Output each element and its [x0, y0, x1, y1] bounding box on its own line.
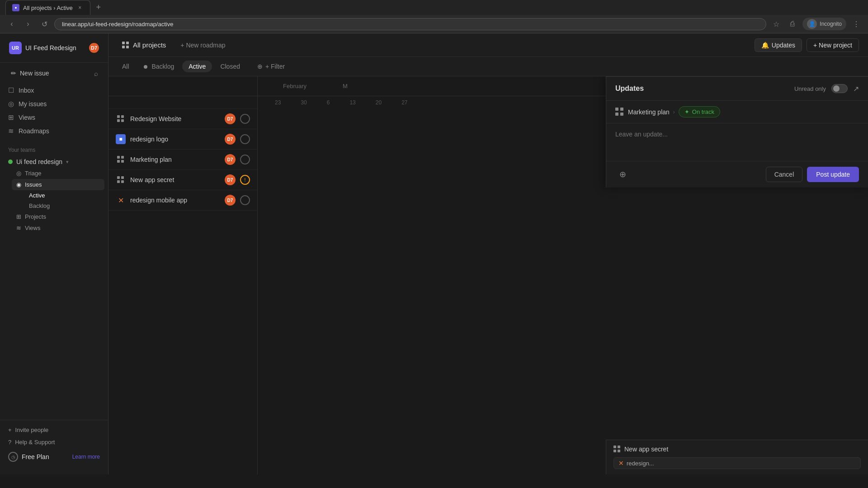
project-icon-grid [116, 114, 126, 124]
help-support-button[interactable]: ? Help & Support [4, 436, 104, 448]
mini-tag-label: redesign... [627, 460, 654, 467]
mini-tag[interactable]: ✕ redesign... [613, 457, 861, 469]
project-list-date-spacer [108, 96, 257, 109]
team-views-label: Views [25, 225, 40, 231]
user-avatar-d7-3: D7 [225, 154, 236, 165]
project-list-header-spacer [108, 76, 257, 96]
tabs-row: All Backlog Active Closed ⊕ + Filter [108, 57, 868, 76]
sidebar-item-roadmaps-label: Roadmaps [19, 127, 49, 135]
sp-icon-dot-4 [618, 450, 620, 452]
updates-header-right: Unread only ↗ [794, 84, 859, 93]
filter-button[interactable]: ⊕ + Filter [252, 61, 290, 72]
project-name-new-app-secret: New app secret [130, 176, 220, 183]
active-label: Active [29, 192, 45, 199]
main-header: All projects + New roadmap 🔔 Updates + N… [108, 33, 868, 57]
toolbar-icons: ☆ ⎙ 👤 Incognito ⋮ [770, 18, 863, 30]
sidebar-toggle-button[interactable]: ⎙ [786, 18, 799, 30]
secondary-panel-icon [613, 446, 621, 453]
sidebar-item-views[interactable]: ⊞ Views [4, 111, 104, 124]
grid-dot-4 [126, 46, 129, 48]
attach-button[interactable]: ⊕ [615, 167, 630, 182]
tab-all-label: All [122, 63, 129, 70]
all-projects-button[interactable]: All projects [118, 38, 170, 52]
timeline-area: February M 23 30 6 13 20 27 Updates [258, 76, 868, 474]
timeline-date-23: 23 [265, 99, 291, 106]
sidebar-item-team-views[interactable]: ≋ Views [12, 222, 104, 234]
learn-more-link[interactable]: Learn more [72, 454, 100, 460]
inbox-icon: ☐ [8, 86, 14, 94]
project-icon-grid-3 [116, 175, 126, 185]
backlog-dot [144, 65, 147, 69]
cancel-button[interactable]: Cancel [766, 167, 803, 182]
sidebar-item-issues[interactable]: ◉ Issues [12, 179, 104, 190]
forward-button[interactable]: › [22, 18, 34, 30]
tab-close-button[interactable]: × [76, 4, 84, 11]
sidebar-top: UR UI Feed Redesign D7 [0, 39, 108, 63]
sidebar-item-active[interactable]: Active [24, 190, 104, 201]
bookmark-button[interactable]: ☆ [770, 18, 783, 30]
roadmap-area: Redesign Website D7 ■ redesign logo D7 [108, 76, 868, 474]
secondary-panel-name: New app secret [624, 446, 668, 453]
post-update-button[interactable]: Post update [807, 167, 859, 182]
grid-icon-2 [117, 156, 124, 163]
tab-active[interactable]: Active [182, 61, 212, 72]
tab-all[interactable]: All [116, 61, 136, 72]
project-item-redesign-mobile-app[interactable]: ✕ redesign mobile app D7 [108, 190, 257, 211]
timeline-months: February M [265, 83, 366, 89]
issues-label: Issues [25, 181, 42, 188]
new-project-button[interactable]: + New project [807, 38, 859, 52]
back-button[interactable]: ‹ [5, 18, 18, 30]
unread-only-label: Unread only [794, 85, 826, 92]
project-item-marketing-plan[interactable]: Marketing plan D7 [108, 150, 257, 170]
all-projects-icon [122, 42, 129, 49]
updates-button[interactable]: 🔔 Updates [755, 38, 802, 52]
sidebar: UR UI Feed Redesign D7 ✏ New issue ⌕ ☐ I… [0, 33, 108, 474]
sidebar-item-inbox[interactable]: ☐ Inbox [4, 84, 104, 97]
updates-header: Updates Unread only ↗ [606, 77, 868, 101]
invite-icon: + [8, 427, 12, 433]
updates-panel: Updates Unread only ↗ Marketing plan › [606, 76, 868, 188]
search-button[interactable]: ⌕ [89, 66, 103, 80]
unread-toggle[interactable] [831, 84, 848, 93]
status-icon-none [240, 114, 250, 124]
sidebar-item-projects[interactable]: ⊞ Projects [12, 211, 104, 222]
new-tab-button[interactable]: + [92, 1, 105, 14]
timeline-date-20: 20 [366, 99, 392, 106]
browser-menu-button[interactable]: ⋮ [850, 18, 863, 30]
tab-backlog[interactable]: Backlog [137, 61, 181, 72]
browser-tab[interactable]: ● All projects › Active × [5, 0, 90, 15]
projects-label: Projects [25, 213, 46, 220]
timeline-month-march: M [325, 83, 366, 89]
address-bar[interactable]: linear.app/ui-feed-redesign/roadmap/acti… [54, 18, 766, 30]
sidebar-item-backlog[interactable]: Backlog [24, 201, 104, 211]
project-icon-x: ✕ [116, 195, 126, 205]
team-header[interactable]: Ui feed redesign ▾ [4, 156, 104, 168]
timeline-date-13: 13 [340, 99, 365, 106]
external-link-button[interactable]: ↗ [853, 84, 859, 93]
project-item-new-app-secret[interactable]: New app secret D7 ! [108, 170, 257, 190]
sidebar-item-inbox-label: Inbox [19, 87, 34, 94]
refresh-button[interactable]: ↺ [38, 18, 51, 30]
sidebar-item-my-issues[interactable]: ◎ My issues [4, 97, 104, 111]
update-input[interactable] [615, 131, 859, 152]
project-name-redesign-logo: redesign logo [130, 136, 220, 143]
all-projects-label: All projects [133, 41, 166, 49]
tab-closed[interactable]: Closed [214, 61, 246, 72]
incognito-badge[interactable]: 👤 Incognito [802, 18, 846, 30]
sidebar-item-triage[interactable]: ◎ Triage [12, 168, 104, 179]
timeline-month-february: February [265, 83, 325, 89]
workspace-header[interactable]: UR UI Feed Redesign D7 [5, 39, 103, 57]
new-issue-button[interactable]: ✏ New issue [5, 66, 86, 80]
sp-icon-dot-2 [618, 446, 620, 448]
sidebar-item-roadmaps[interactable]: ≋ Roadmaps [4, 124, 104, 138]
invite-people-button[interactable]: + Invite people [4, 424, 104, 436]
project-item-redesign-logo[interactable]: ■ redesign logo D7 [108, 129, 257, 150]
tab-bar: ● All projects › Active × + [0, 0, 868, 15]
project-item-redesign-website[interactable]: Redesign Website D7 [108, 109, 257, 129]
project-icon-blue: ■ [116, 134, 126, 144]
status-icon-none-4 [240, 195, 250, 205]
new-roadmap-button[interactable]: + New roadmap [176, 39, 230, 52]
x-icon: ✕ [118, 196, 124, 205]
team-sub-nav: ◎ Triage ◉ Issues Active Backlog ⊞ [4, 168, 104, 234]
my-issues-icon: ◎ [8, 100, 14, 108]
